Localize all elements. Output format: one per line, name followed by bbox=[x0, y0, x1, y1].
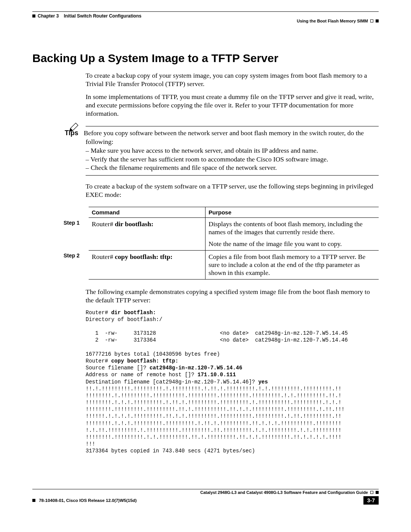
step-label: Step 1 bbox=[64, 217, 89, 250]
chapter-label: Chapter 3 bbox=[38, 13, 59, 19]
header-left: Chapter 3 Initial Switch Router Configur… bbox=[32, 13, 142, 19]
footer-guide: Catalyst 2948G-L3 and Catalyst 4908G-L3 … bbox=[200, 490, 368, 495]
footer-left: 78-10408-01, Cisco IOS Release 12.0(7)W5… bbox=[32, 498, 137, 503]
step-purpose: Displays the contents of boot flash memo… bbox=[206, 217, 379, 250]
body-paragraph: To create a backup of the system softwar… bbox=[86, 182, 379, 199]
section-title: Using the Boot Flash Memory SIMM bbox=[297, 19, 368, 23]
tips-bullet: – Make sure you have access to the netwo… bbox=[86, 146, 379, 155]
square-icon bbox=[370, 491, 373, 494]
header-bar: Chapter 3 Initial Switch Router Configur… bbox=[32, 11, 379, 24]
col-header-command: Command bbox=[89, 207, 206, 217]
step-command: Router# dir bootflash: bbox=[89, 217, 206, 250]
footer-doc: 78-10408-01, Cisco IOS Release 12.0(7)W5… bbox=[39, 498, 137, 503]
footer: Catalyst 2948G-L3 and Catalyst 4908G-L3 … bbox=[32, 489, 379, 505]
body-paragraph: In some implementations of TFTP, you mus… bbox=[86, 93, 379, 118]
body-paragraph: The following example demonstrates copyi… bbox=[86, 288, 379, 305]
code-example: Router# dir bootflash: Directory of boot… bbox=[86, 309, 379, 455]
page-number: 3-7 bbox=[363, 496, 379, 505]
page-title: Backing Up a System Image to a TFTP Serv… bbox=[32, 52, 379, 65]
square-icon bbox=[376, 491, 379, 494]
square-icon bbox=[370, 19, 373, 22]
chapter-title: Initial Switch Router Configurations bbox=[64, 13, 142, 19]
footer-guide-line: Catalyst 2948G-L3 and Catalyst 4908G-L3 … bbox=[32, 489, 379, 495]
step-purpose: Copies a file from boot flash memory to … bbox=[206, 250, 379, 279]
step-label: Step 2 bbox=[64, 250, 89, 279]
tips-bullet: – Verify that the server has sufficient … bbox=[86, 155, 379, 164]
tips-pencil-icon bbox=[67, 121, 80, 135]
col-header-purpose: Purpose bbox=[206, 207, 379, 217]
square-icon bbox=[32, 14, 35, 18]
steps-table: Command Purpose Step 1 Router# dir bootf… bbox=[64, 207, 379, 280]
tips-content: TipsBefore you copy software between the… bbox=[86, 126, 379, 176]
tips-intro: Before you copy software between the net… bbox=[84, 129, 364, 145]
square-icon bbox=[32, 499, 35, 502]
tips-bullet: – Check the filename requirements and fi… bbox=[86, 163, 379, 172]
tips-block: TipsBefore you copy software between the… bbox=[32, 126, 379, 176]
square-icon bbox=[376, 19, 379, 22]
header-right: Using the Boot Flash Memory SIMM bbox=[297, 19, 379, 23]
body-paragraph: To create a backup copy of your system i… bbox=[86, 72, 379, 88]
step-command: Router# copy bootflash: tftp: bbox=[89, 250, 206, 279]
page: Chapter 3 Initial Switch Router Configur… bbox=[0, 0, 411, 520]
